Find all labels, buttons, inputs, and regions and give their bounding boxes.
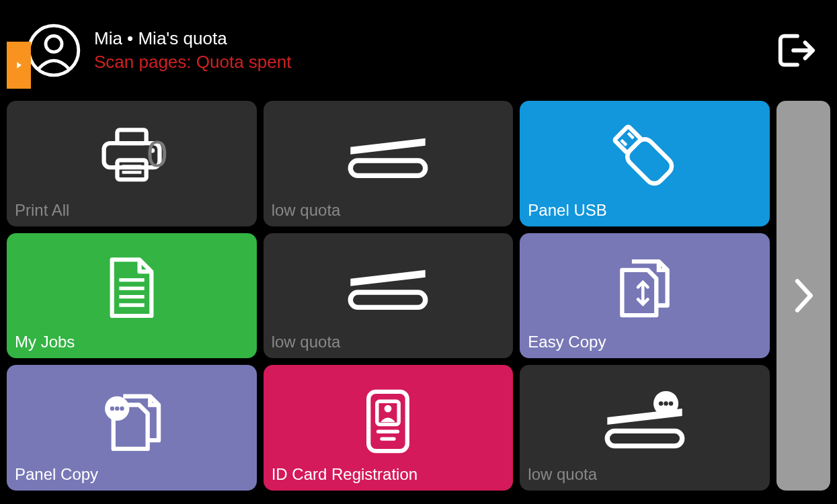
print-count: 0 [147,132,167,175]
svg-rect-9 [614,126,641,153]
svg-point-20 [115,406,119,410]
svg-point-19 [110,406,114,410]
tile-grid: 0 Print All low quota [0,101,776,491]
document-icon [105,255,159,323]
tile-print-all[interactable]: 0 Print All [7,101,257,226]
main: 0 Print All low quota [0,101,837,497]
tile-scan-a[interactable]: low quota [264,101,514,226]
svg-rect-17 [351,293,426,308]
svg-point-21 [120,406,124,410]
tile-easy-copy[interactable]: Easy Copy [520,233,770,359]
svg-line-11 [629,133,634,138]
status-line: Scan pages: Quota spent [94,52,775,73]
tile-label: Easy Copy [528,333,606,351]
tile-label: My Jobs [15,333,75,351]
tile-my-jobs[interactable]: My Jobs [7,233,257,359]
tile-label: ID Card Registration [272,465,417,484]
svg-rect-27 [607,431,682,446]
svg-point-1 [46,36,62,52]
user-avatar-icon[interactable] [27,24,81,77]
usb-icon [608,123,682,190]
user-block: Mia • Mia's quota Scan pages: Quota spen… [94,28,775,73]
id-card-icon [364,388,412,455]
tile-id-card-registration[interactable]: ID Card Registration [264,365,514,491]
svg-rect-8 [351,161,426,175]
logout-icon [775,30,817,71]
chevron-right-icon [791,278,815,314]
next-page-button[interactable] [776,101,830,491]
svg-rect-12 [624,136,675,187]
tile-scan-b[interactable]: low quota [264,233,514,359]
header: Mia • Mia's quota Scan pages: Quota spen… [0,0,837,101]
tile-label: Panel USB [528,201,606,220]
tile-panel-usb[interactable]: Panel USB [520,101,770,226]
tile-label: low quota [528,465,597,484]
menu-tab[interactable] [7,42,31,89]
tile-panel-copy[interactable]: Panel Copy [7,365,257,491]
panel-copy-icon [95,388,169,455]
tile-scan-c[interactable]: low quota [520,365,770,491]
tile-label: Print All [15,201,69,220]
svg-point-30 [664,401,668,406]
tile-label: Panel Copy [15,465,98,484]
svg-point-24 [385,405,392,412]
easy-copy-icon [611,255,678,323]
scanner-icon [344,255,432,323]
svg-point-31 [669,401,674,406]
play-icon [13,60,24,71]
tile-label: low quota [272,333,341,351]
scanner-more-icon [601,388,688,455]
scanner-icon [344,123,432,190]
svg-point-29 [659,401,664,406]
logout-button[interactable] [775,30,817,71]
svg-rect-4 [117,161,146,180]
svg-line-10 [621,140,627,146]
tile-label: low quota [272,201,341,220]
user-quota-line: Mia • Mia's quota [94,28,775,49]
